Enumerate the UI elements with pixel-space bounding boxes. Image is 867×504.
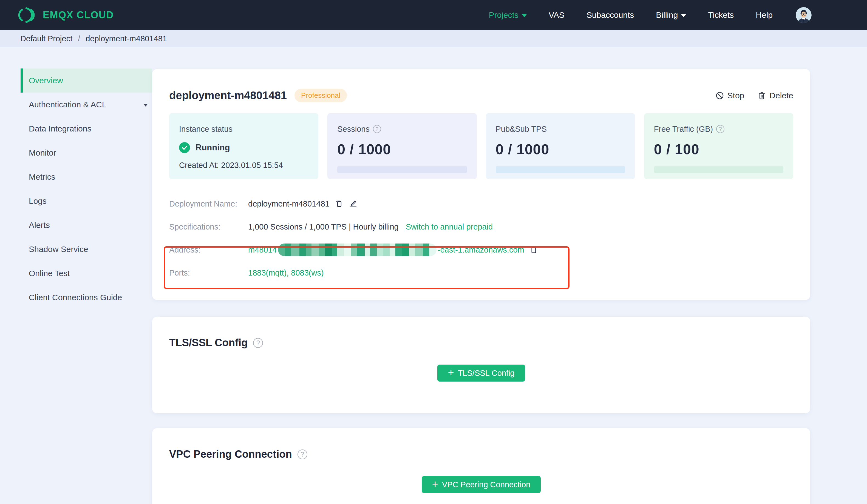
- sidebar-item-online-test[interactable]: Online Test: [21, 261, 152, 285]
- address-mosaic-block: [357, 243, 365, 256]
- tls-section-title: TLS/SSL Config: [169, 337, 248, 349]
- ports-row: Ports: 1883(mqtt), 8083(ws): [169, 261, 793, 284]
- address-suffix: -east-1.amazonaws.com: [438, 245, 524, 254]
- deployment-name-label: Deployment Name:: [169, 199, 248, 208]
- breadcrumb-deployment: deployment-m4801481: [86, 34, 167, 43]
- brand-name: EMQX CLOUD: [43, 9, 114, 21]
- address-mosaic-block: [306, 243, 311, 256]
- add-vpc-peering-button[interactable]: + VPC Peering Connection: [422, 476, 541, 493]
- nav-item-vas[interactable]: VAS: [549, 10, 565, 20]
- deployment-name-row: Deployment Name: deployment-m4801481: [169, 192, 793, 215]
- breadcrumb-project[interactable]: Default Project: [20, 34, 72, 43]
- deployment-title: deployment-m4801481: [169, 89, 287, 102]
- plan-badge: Professional: [295, 89, 347, 102]
- specifications-value: 1,000 Sessions / 1,000 TPS | Hourly bill…: [248, 222, 399, 231]
- address-mosaic-block: [311, 243, 319, 256]
- ports-label: Ports:: [169, 269, 248, 277]
- breadcrumb: Default Project / deployment-m4801481: [0, 30, 867, 47]
- chevron-down-icon: [522, 14, 527, 17]
- nav-item-label: Help: [756, 10, 773, 20]
- sidebar-item-label: Monitor: [29, 148, 56, 157]
- add-tls-config-label: TLS/SSL Config: [458, 369, 515, 378]
- sidebar-item-label: Client Connections Guide: [29, 293, 122, 302]
- address-mosaic-block: [278, 243, 285, 256]
- main-content: deployment-m4801481 Professional Stop: [152, 47, 810, 504]
- sidebar-item-alerts[interactable]: Alerts: [21, 213, 152, 237]
- created-at: Created At: 2023.01.05 15:54: [179, 161, 309, 169]
- tls-config-card: TLS/SSL Config ? + TLS/SSL Config: [152, 317, 810, 413]
- ports-value: 1883(mqtt), 8083(ws): [248, 269, 324, 277]
- address-mosaic-block: [402, 243, 409, 256]
- nav-item-label: Tickets: [708, 10, 734, 20]
- copy-name-button[interactable]: [334, 199, 343, 208]
- stat-label: Instance status: [179, 125, 233, 133]
- address-mosaic-block: [415, 243, 423, 256]
- stat-label: Pub&Sub TPS: [496, 125, 547, 133]
- emqx-logo-icon: [18, 6, 36, 24]
- stat-card-sessions: Sessions?0 / 1000: [328, 113, 477, 179]
- deployment-overview-card: deployment-m4801481 Professional Stop: [152, 69, 810, 300]
- address-mosaic-block: [337, 243, 344, 256]
- sidebar-item-client-connections-guide[interactable]: Client Connections Guide: [21, 285, 152, 309]
- address-mosaic-block: [365, 243, 370, 256]
- stat-card-tps: Pub&Sub TPS0 / 1000: [486, 113, 635, 179]
- delete-label: Delete: [769, 91, 793, 100]
- sidebar-item-label: Logs: [29, 196, 46, 206]
- sidebar-item-data-integrations[interactable]: Data Integrations: [21, 117, 152, 141]
- switch-billing-link[interactable]: Switch to annual prepaid: [406, 222, 493, 231]
- stop-button[interactable]: Stop: [715, 91, 745, 100]
- specifications-row: Specifications: 1,000 Sessions / 1,000 T…: [169, 215, 793, 238]
- vpc-help-icon[interactable]: ?: [298, 449, 307, 459]
- deployment-info: Deployment Name: deployment-m4801481: [169, 192, 793, 284]
- stat-value: 0 / 100: [654, 141, 783, 157]
- address-mosaic-block: [429, 243, 437, 256]
- address-mosaic-block: [319, 243, 325, 256]
- address-mosaic-block: [377, 243, 383, 256]
- usage-progress-bar: [654, 166, 783, 173]
- copy-address-button[interactable]: [529, 245, 538, 254]
- instance-status-value: Running: [195, 143, 230, 153]
- nav-item-subaccounts[interactable]: Subaccounts: [587, 10, 634, 20]
- nav-item-label: VAS: [549, 10, 565, 20]
- sidebar-item-shadow-service[interactable]: Shadow Service: [21, 237, 152, 261]
- sidebar-item-label: Online Test: [29, 269, 70, 278]
- chevron-down-icon: [143, 104, 148, 107]
- sidebar-item-label: Authentication & ACL: [29, 100, 107, 109]
- usage-progress-bar: [496, 166, 625, 173]
- chevron-down-icon: [681, 14, 686, 17]
- primary-nav: ProjectsVASSubaccountsBillingTicketsHelp: [489, 10, 773, 20]
- address-mosaic-block: [325, 243, 332, 256]
- stat-label: Sessions: [337, 125, 370, 133]
- nav-item-help[interactable]: Help: [756, 10, 773, 20]
- sidebar-item-authentication-acl[interactable]: Authentication & ACL: [21, 92, 152, 117]
- sidebar-item-label: Data Integrations: [29, 124, 91, 133]
- specifications-label: Specifications:: [169, 222, 248, 231]
- address-mosaic-block: [291, 243, 299, 256]
- add-tls-config-button[interactable]: + TLS/SSL Config: [437, 364, 525, 382]
- sidebar-item-overview[interactable]: Overview: [21, 68, 152, 92]
- sidebar-item-monitor[interactable]: Monitor: [21, 141, 152, 165]
- deployment-name-value: deployment-m4801481: [248, 199, 330, 208]
- usage-progress-bar: [337, 166, 467, 173]
- nav-item-billing[interactable]: Billing: [656, 10, 686, 20]
- vpc-peering-card: VPC Peering Connection ? + VPC Peering C…: [152, 428, 810, 504]
- nav-item-tickets[interactable]: Tickets: [708, 10, 734, 20]
- nav-item-label: Billing: [656, 10, 678, 20]
- delete-button[interactable]: Delete: [757, 91, 793, 100]
- stats-row: Instance statusRunningCreated At: 2023.0…: [169, 113, 793, 179]
- nav-item-projects[interactable]: Projects: [489, 10, 527, 20]
- help-icon[interactable]: ?: [716, 125, 725, 133]
- sidebar-item-metrics[interactable]: Metrics: [21, 165, 152, 189]
- user-avatar[interactable]: [796, 7, 812, 23]
- address-mosaic-block: [351, 243, 357, 256]
- sidebar-item-logs[interactable]: Logs: [21, 189, 152, 213]
- help-icon[interactable]: ?: [373, 125, 381, 133]
- stop-label: Stop: [727, 91, 745, 100]
- brand[interactable]: EMQX CLOUD: [18, 6, 114, 24]
- add-vpc-peering-label: VPC Peering Connection: [442, 480, 530, 489]
- tls-help-icon[interactable]: ?: [253, 338, 263, 348]
- copy-icon: [529, 245, 538, 254]
- edit-name-button[interactable]: [349, 199, 358, 208]
- trash-icon: [757, 91, 766, 100]
- stat-card-instance: Instance statusRunningCreated At: 2023.0…: [169, 113, 318, 179]
